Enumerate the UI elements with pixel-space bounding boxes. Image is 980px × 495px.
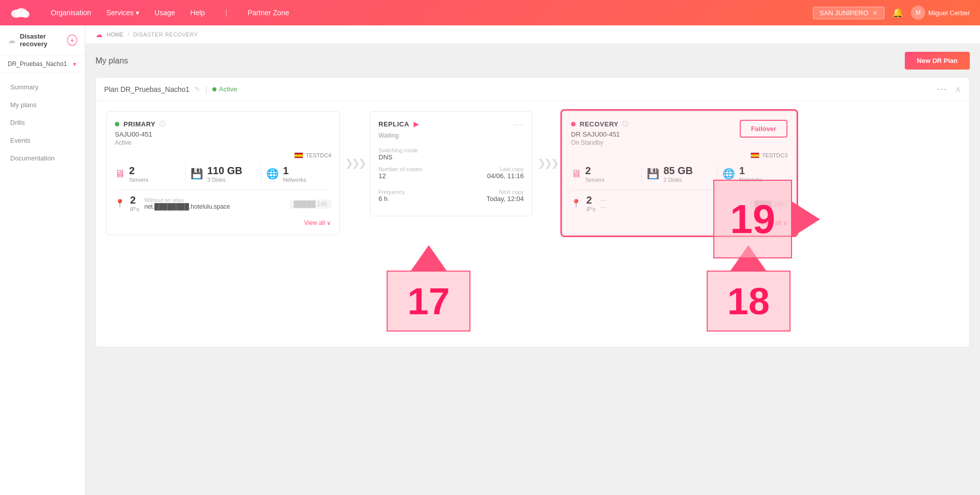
nav-partner-zone[interactable]: Partner Zone — [248, 9, 290, 17]
ip-count: 2 — [130, 194, 139, 206]
annotation-18-container: 18 — [707, 245, 791, 332]
switching-mode-label: Switching mode — [378, 147, 524, 153]
plan-menu-button[interactable]: ··· — [937, 84, 947, 94]
last-copy-value: 04/06, 11:16 — [451, 172, 524, 180]
primary-view-all[interactable]: View all ∨ — [115, 216, 331, 226]
plan-status: Active — [212, 85, 237, 93]
recovery-servers-icon: 🖥 — [571, 168, 581, 180]
svg-point-2 — [21, 11, 29, 18]
annotation-19-arrow — [792, 202, 820, 237]
disks-size: 110 GB — [207, 165, 242, 177]
networks-label: Networks — [283, 177, 306, 183]
recovery-ip-label: IP's — [586, 206, 595, 212]
plan-divider: | — [205, 85, 207, 94]
recovery-flag — [750, 152, 760, 158]
servers-label: Servers — [129, 177, 148, 183]
failover-button[interactable]: Failover — [740, 120, 787, 138]
arrow-right-1: ❯❯❯ — [340, 157, 370, 169]
nav-right: SAN JUNIPERO ✕ 🔔 M Miguel Cerber — [813, 6, 970, 20]
sidebar-nav: Summary My plans Drills Events Documenta… — [0, 73, 85, 172]
recovery-info-icon[interactable]: ⓘ — [622, 120, 628, 128]
annotations-bottom: 17 18 — [96, 235, 969, 347]
primary-info-icon[interactable]: ⓘ — [160, 120, 166, 128]
stat-divider-1 — [185, 163, 185, 184]
recovery-status: On Standby — [571, 139, 628, 146]
recovery-networks-stat: 🌐 1 Networks — [722, 163, 787, 184]
ip-alias-box: Without an alias net.████████.hotelulu.s… — [144, 197, 284, 210]
recovery-ip-alias-box: — — — [600, 196, 745, 211]
primary-networks-stat: 🌐 1 Networks — [266, 163, 331, 184]
plan-card-header: Plan DR_Pruebas_Nacho1 ✎ | Active ··· ∧ — [96, 78, 969, 101]
recovery-view-all[interactable]: View all ∨ — [571, 216, 787, 226]
region-name: SAN JUNIPERO — [819, 9, 868, 17]
user-menu[interactable]: M Miguel Cerber — [911, 6, 970, 20]
annotation-17-container: 17 — [387, 245, 470, 332]
plan-collapse-button[interactable]: ∧ — [955, 84, 961, 94]
add-plan-button[interactable]: + — [67, 35, 77, 46]
breadcrumb-home[interactable]: HOME — [107, 31, 123, 38]
content-area: ☁ HOME / DISASTER RECOVERY My plans New … — [85, 25, 980, 495]
region-selector[interactable]: SAN JUNIPERO ✕ — [813, 7, 884, 19]
sidebar-plan-selector[interactable]: DR_Pruebas_Nacho1 ▼ — [0, 55, 85, 73]
replica-menu-button[interactable]: ··· — [514, 120, 524, 129]
nav-usage[interactable]: Usage — [154, 9, 175, 17]
arrow-right-2: ❯❯❯ — [532, 157, 562, 169]
sidebar-item-drills[interactable]: Drills — [0, 114, 85, 131]
primary-panel-title: PRIMARY — [123, 120, 155, 128]
recovery-ip-row: 📍 2 IP's — — ████.168 — [571, 190, 787, 216]
breadcrumb-separator: / — [128, 31, 129, 38]
breadcrumb: ☁ HOME / DISASTER RECOVERY — [85, 25, 980, 44]
notifications-bell[interactable]: 🔔 — [892, 7, 903, 18]
recovery-name: DR SAJU00-451 — [571, 130, 628, 138]
nav-services[interactable]: Services ▾ — [106, 9, 139, 17]
copies-label: Number of copies — [378, 166, 451, 172]
frequency-row: Frequency 6 h — [378, 189, 451, 203]
replica-play-button[interactable]: ▶ — [414, 120, 419, 128]
annotation-17-arrow-up — [411, 245, 447, 271]
recovery-title-row: RECOVERY ⓘ — [571, 120, 628, 128]
replica-grid: Number of copies 12 Last copy 04/06, 11:… — [378, 166, 524, 208]
frequency-value: 6 h — [378, 195, 451, 203]
networks-icon: 🌐 — [266, 168, 279, 180]
primary-location: TESTDC4 — [115, 152, 331, 158]
recovery-networks-icon: 🌐 — [722, 168, 735, 180]
stat-divider-2 — [261, 163, 261, 184]
top-navigation: Organisation Services ▾ Usage Help | Par… — [0, 0, 980, 25]
ip-address-box: █████.145 — [290, 199, 331, 208]
replica-panel-title: REPLICA — [378, 120, 409, 128]
brand-logo[interactable] — [10, 5, 30, 20]
new-dr-plan-button[interactable]: New DR Plan — [905, 52, 970, 70]
annotation-18-box: 18 — [707, 271, 791, 332]
primary-ip-row: 📍 2 IP's Without an alias net.████████.h… — [115, 190, 331, 216]
ip-alias-label: Without an alias — [144, 197, 284, 203]
switching-mode-row: Switching mode DNS — [378, 147, 524, 161]
sidebar-item-events[interactable]: Events — [0, 131, 85, 149]
plan-edit-icon[interactable]: ✎ — [195, 85, 200, 93]
recovery-servers-stat: 🖥 2 Servers — [571, 163, 636, 184]
primary-panel: PRIMARY ⓘ SAJU00-451 Active TESTDC4 🖥 — [106, 111, 340, 235]
sidebar-item-summary[interactable]: Summary — [0, 78, 85, 96]
nav-items: Organisation Services ▾ Usage Help | Par… — [51, 8, 289, 17]
annotation-17-number: 17 — [407, 279, 450, 323]
recovery-stat-divider-1 — [641, 163, 642, 184]
recovery-servers-count: 2 — [585, 165, 605, 177]
recovery-location: TESTDC3 — [571, 152, 787, 158]
breadcrumb-cloud-icon: ☁ — [96, 30, 103, 39]
recovery-ip-address: ████.168 — [750, 200, 787, 209]
next-copy-value: Today, 12:04 — [451, 195, 524, 203]
sidebar-header: ☁ Disaster recovery + — [0, 25, 85, 55]
region-close[interactable]: ✕ — [872, 9, 878, 17]
sidebar-item-my-plans[interactable]: My plans — [0, 96, 85, 114]
disaster-recovery-icon: ☁ — [8, 36, 16, 45]
chevrons-1: ❯❯❯ — [345, 157, 365, 169]
primary-servers-stat: 🖥 2 Servers — [115, 163, 180, 184]
nav-organisation[interactable]: Organisation — [51, 9, 91, 17]
sidebar-item-documentation[interactable]: Documentation — [0, 149, 85, 167]
nav-help[interactable]: Help — [191, 9, 205, 17]
sidebar: ☁ Disaster recovery + DR_Pruebas_Nacho1 … — [0, 25, 85, 495]
switching-mode-value: DNS — [378, 153, 524, 161]
recovery-disks-size: 85 GB — [663, 165, 693, 177]
recovery-ip-count: 2 — [586, 194, 595, 206]
plan-dropdown-arrow: ▼ — [72, 61, 77, 67]
page-header: My plans New DR Plan — [85, 44, 980, 77]
